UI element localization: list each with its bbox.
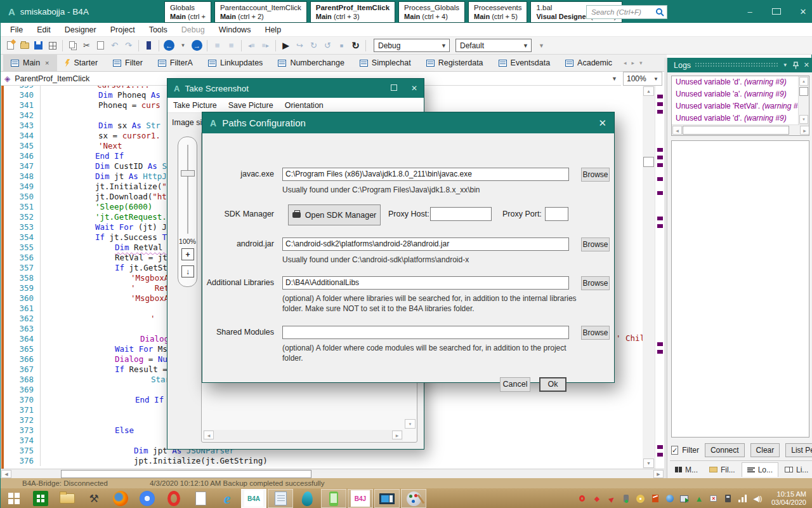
- cancel-button[interactable]: Cancel: [500, 377, 530, 392]
- tray-green-triangle-icon[interactable]: ▲: [695, 494, 704, 503]
- list-permissions-button[interactable]: List Permissions: [785, 443, 812, 457]
- scroll-up-icon[interactable]: ▲: [799, 77, 808, 86]
- editor-vertical-scrollbar[interactable]: ▲ ▼: [643, 86, 655, 469]
- search-icon[interactable]: [655, 8, 664, 17]
- zoom-slider-track[interactable]: [187, 145, 188, 234]
- tab-list-icon[interactable]: ▾: [639, 60, 643, 66]
- fit-image-icon[interactable]: +: [181, 248, 194, 260]
- new-file-icon[interactable]: [4, 39, 16, 52]
- warning-mark-icon[interactable]: [657, 217, 663, 220]
- module-tab-academic[interactable]: Academic: [558, 55, 620, 71]
- taskbar-flame-icon[interactable]: [294, 489, 320, 508]
- warning-mark-icon[interactable]: [657, 95, 663, 98]
- module-tab-main[interactable]: Main×: [3, 55, 57, 71]
- close-panel-icon[interactable]: ✕: [804, 61, 809, 69]
- taskbar-phone-emulator-icon[interactable]: [321, 489, 346, 508]
- close-button[interactable]: ✕: [411, 84, 417, 93]
- log-output-area[interactable]: [671, 140, 809, 438]
- proxy-port-input[interactable]: [545, 207, 568, 221]
- scroll-right-icon[interactable]: ▶: [653, 470, 664, 478]
- menu-project[interactable]: Project: [103, 23, 142, 37]
- scroll-right-icon[interactable]: ▶: [392, 431, 402, 439]
- taskbar-b4j-icon[interactable]: B4J: [348, 489, 373, 508]
- scroll-left-icon[interactable]: ◀: [204, 431, 214, 439]
- editor-horizontal-scrollbar[interactable]: ◀ ▶: [1, 469, 664, 478]
- debug-mode-select[interactable]: Debug ▼: [374, 39, 450, 52]
- close-button[interactable]: ✕: [799, 7, 808, 17]
- warning-mark-icon[interactable]: [657, 156, 663, 159]
- quick-tab-Processevents[interactable]: ProcesseventsMain (ctrl + 5): [468, 1, 527, 23]
- taskbar-chrome-icon[interactable]: [134, 489, 160, 508]
- maximize-button[interactable]: [772, 7, 781, 17]
- taskbar-explorer-icon[interactable]: [55, 489, 80, 508]
- tray-java-updater-icon[interactable]: [651, 494, 660, 503]
- browse-button[interactable]: Browse: [581, 237, 610, 251]
- tray-usb-device-icon[interactable]: [622, 494, 631, 503]
- warning-mark-icon[interactable]: [657, 177, 663, 181]
- step-out-icon[interactable]: ↺: [322, 39, 334, 52]
- panel-tab-Li[interactable]: Li...: [780, 462, 812, 477]
- pin-icon[interactable]: [793, 62, 799, 69]
- rebuild-icon[interactable]: ↻: [350, 39, 362, 52]
- javac-exe-input[interactable]: C:\Program Files (x86)\Java\jdk1.8.0_211…: [282, 168, 569, 181]
- module-tab-filtera[interactable]: FilterA: [150, 55, 200, 71]
- module-tab-numberchange[interactable]: Numberchange: [270, 55, 351, 71]
- quick-tab-Globals[interactable]: GlobalsMain (ctrl +: [164, 1, 211, 23]
- panel-tab-M[interactable]: M...: [670, 462, 703, 477]
- tray-blue-orb-icon[interactable]: [665, 494, 674, 503]
- warning-mark-icon[interactable]: [657, 191, 663, 195]
- warnings-list[interactable]: Unused variable 'd'. (warning #9)Unused …: [671, 76, 809, 136]
- tray-compass-arrow-icon[interactable]: ▶: [607, 494, 616, 503]
- take-picture-menu[interactable]: Take Picture: [167, 101, 223, 110]
- tray-volume-icon[interactable]: ◀)): [753, 494, 762, 503]
- cut-icon[interactable]: ✂: [81, 39, 93, 52]
- log-warning-entry[interactable]: Unused variable 'a'. (warning #9): [672, 88, 809, 100]
- orientation-menu[interactable]: Orientation: [279, 101, 329, 110]
- tray-power-plug-icon[interactable]: [724, 494, 733, 503]
- scrollbar-thumb[interactable]: [61, 470, 311, 478]
- warning-mark-icon[interactable]: [657, 163, 663, 167]
- browse-button[interactable]: Browse: [581, 326, 610, 340]
- taskbar-clock[interactable]: 10:15 AM 03/04/2020: [771, 490, 806, 507]
- scrollbar-thumb[interactable]: [643, 157, 654, 167]
- scroll-left-icon[interactable]: ◀: [672, 126, 682, 135]
- toolbar-overflow-icon[interactable]: ▼: [539, 43, 544, 49]
- panel-menu-icon[interactable]: ▼: [783, 62, 788, 68]
- preview-horizontal-scrollbar[interactable]: ◀ ▶: [203, 430, 403, 441]
- build-config-select[interactable]: Default ▼: [455, 39, 532, 52]
- quick-tab-Process_Globals[interactable]: Process_GlobalsMain (ctrl + 4): [398, 1, 465, 23]
- menu-windows[interactable]: Windows: [212, 23, 258, 37]
- run-icon[interactable]: ▶: [280, 39, 292, 52]
- quick-tab-Parentaccount_ItemClick[interactable]: Parentaccount_ItemClickMain (ctrl + 2): [214, 1, 307, 23]
- connect-button[interactable]: Connect: [705, 443, 745, 457]
- tray-cd-burner-icon[interactable]: [636, 494, 645, 503]
- back-history-caret[interactable]: ▼: [177, 39, 189, 52]
- scroll-left-icon[interactable]: ◀: [1, 470, 11, 478]
- scroll-down-icon[interactable]: ▼: [799, 115, 808, 124]
- additional-libraries-input[interactable]: D:\B4A\AdditionalLibs: [282, 276, 569, 290]
- warning-mark-icon[interactable]: [657, 224, 663, 228]
- scrollbar-thumb[interactable]: [683, 126, 789, 135]
- taskbar-b4a-icon[interactable]: B4A: [241, 489, 266, 508]
- close-button[interactable]: ✕: [598, 117, 606, 129]
- dialog-title-bar[interactable]: A Take Screenshot ✕: [167, 79, 424, 98]
- scroll-tabs-right-icon[interactable]: ▸: [632, 60, 635, 66]
- dialog-title-bar[interactable]: A Paths Configuration ✕: [202, 112, 614, 133]
- tray-network-signal-icon[interactable]: [738, 494, 747, 503]
- save-image-icon[interactable]: ↓: [181, 265, 194, 277]
- stop-icon[interactable]: ■: [336, 39, 348, 52]
- maximize-button[interactable]: [391, 84, 397, 93]
- scroll-tabs-left-icon[interactable]: ◂: [624, 60, 627, 66]
- navigate-forward-icon[interactable]: →: [191, 39, 203, 52]
- search-input[interactable]: Search (Ctrl+F): [586, 5, 667, 19]
- clear-button[interactable]: Clear: [750, 443, 780, 457]
- warning-mark-icon[interactable]: [657, 110, 663, 114]
- warning-mark-icon[interactable]: [657, 102, 663, 106]
- warning-mark-icon[interactable]: [657, 453, 663, 457]
- menu-debug[interactable]: Debug: [174, 23, 212, 37]
- taskbar-paint-icon[interactable]: [401, 489, 426, 508]
- tray-red-diamond-icon[interactable]: ◆: [593, 494, 601, 503]
- outdent-icon[interactable]: ◂≡: [246, 39, 258, 52]
- taskbar-opera-icon[interactable]: [161, 489, 187, 508]
- indent-icon[interactable]: ≡▸: [259, 39, 272, 52]
